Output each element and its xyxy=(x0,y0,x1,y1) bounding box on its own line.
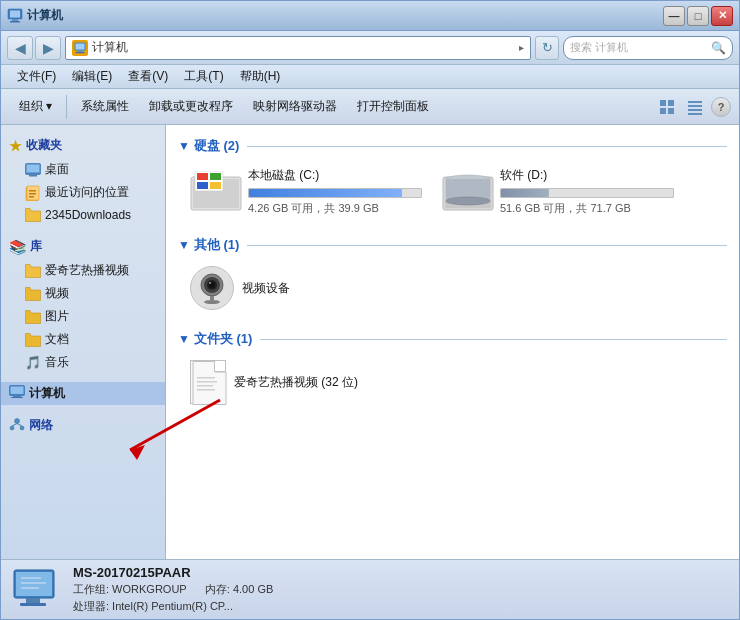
star-icon: ★ xyxy=(9,138,22,154)
organize-button[interactable]: 组织 ▾ xyxy=(9,93,62,121)
control-panel-button[interactable]: 打开控制面板 xyxy=(347,93,439,121)
video-folder-icon xyxy=(25,286,41,302)
sidebar-item-music[interactable]: 🎵 音乐 xyxy=(1,351,165,374)
sidebar-item-aiqiyi[interactable]: 爱奇艺热播视频 xyxy=(1,259,165,282)
refresh-button[interactable]: ↻ xyxy=(535,36,559,60)
drive-d-item[interactable]: 软件 (D:) 51.6 GB 可用，共 71.7 GB xyxy=(438,163,678,220)
svg-line-32 xyxy=(17,424,22,427)
menu-file[interactable]: 文件(F) xyxy=(9,66,64,87)
nav-buttons: ◀ ▶ xyxy=(7,36,61,60)
drive-c-icon-wrapper xyxy=(190,171,240,213)
svg-rect-18 xyxy=(29,174,37,176)
sidebar-favorites-header[interactable]: ★ 收藏夹 xyxy=(1,133,165,158)
sidebar-item-desktop[interactable]: 桌面 xyxy=(1,158,165,181)
svg-rect-27 xyxy=(11,397,23,398)
menu-view[interactable]: 查看(V) xyxy=(120,66,176,87)
status-workgroup-memory: 工作组: WORKGROUP 内存: 4.00 GB xyxy=(73,582,273,597)
svg-rect-58 xyxy=(26,598,40,603)
sidebar-item-video[interactable]: 视频 xyxy=(1,282,165,305)
other-title: 其他 (1) xyxy=(194,236,240,254)
desktop-icon xyxy=(25,162,41,178)
doc-file-icon xyxy=(190,360,226,404)
sidebar-desktop-label: 桌面 xyxy=(45,161,69,178)
details-view-button[interactable] xyxy=(683,95,707,119)
svg-point-44 xyxy=(446,197,490,205)
svg-point-28 xyxy=(15,419,20,424)
status-processor: 处理器: Intel(R) Pentium(R) CP... xyxy=(73,599,273,614)
svg-rect-62 xyxy=(21,587,39,589)
computer-title-icon xyxy=(7,8,23,24)
svg-line-31 xyxy=(12,424,17,427)
doc-svg xyxy=(191,361,227,405)
sidebar-network-label: 网络 xyxy=(29,417,53,434)
status-computer-icon xyxy=(13,566,61,614)
menu-edit[interactable]: 编辑(E) xyxy=(64,66,120,87)
folder-section-divider xyxy=(260,339,727,340)
address-arrow: ▸ xyxy=(519,42,524,53)
sidebar-pictures-label: 图片 xyxy=(45,308,69,325)
menu-help[interactable]: 帮助(H) xyxy=(232,66,289,87)
sidebar-item-pictures[interactable]: 图片 xyxy=(1,305,165,328)
drive-c-stats: 4.26 GB 可用，共 39.9 GB xyxy=(248,201,422,216)
drive-c-bar-fill xyxy=(249,189,402,197)
view-icon xyxy=(659,99,675,115)
main-window: 计算机 — □ ✕ ◀ ▶ 计算机 ▸ ↻ xyxy=(0,0,740,620)
svg-rect-15 xyxy=(688,113,702,115)
svg-rect-60 xyxy=(21,577,41,579)
svg-rect-54 xyxy=(197,385,213,387)
address-box[interactable]: 计算机 ▸ xyxy=(65,36,531,60)
sidebar-network-section: 网络 xyxy=(1,413,165,438)
forward-button[interactable]: ▶ xyxy=(35,36,61,60)
system-properties-button[interactable]: 系统属性 xyxy=(71,93,139,121)
search-icon[interactable]: 🔍 xyxy=(711,41,726,55)
svg-rect-61 xyxy=(21,582,46,584)
content-area: ▼ 硬盘 (2) xyxy=(166,125,739,559)
other-section-header: ▼ 其他 (1) xyxy=(178,236,727,254)
status-info: MS-20170215PAAR 工作组: WORKGROUP 内存: 4.00 … xyxy=(73,565,273,614)
drive-d-bar-container xyxy=(500,188,674,198)
view-toggle-button[interactable] xyxy=(655,95,679,119)
svg-rect-36 xyxy=(197,173,208,180)
sidebar: ★ 收藏夹 桌面 xyxy=(1,125,166,559)
sidebar-computer-label: 计算机 xyxy=(29,385,65,402)
sidebar-favorites-label: 收藏夹 xyxy=(26,137,62,154)
minimize-button[interactable]: — xyxy=(663,6,685,26)
window-controls: — □ ✕ xyxy=(663,6,733,26)
svg-rect-11 xyxy=(668,108,674,114)
video-device-item[interactable]: 视频设备 xyxy=(186,262,294,314)
help-button[interactable]: ? xyxy=(711,97,731,117)
map-drive-button[interactable]: 映射网络驱动器 xyxy=(243,93,347,121)
sidebar-item-downloads[interactable]: 2345Downloads xyxy=(1,204,165,226)
svg-rect-22 xyxy=(29,193,36,195)
hard-disk-arrow: ▼ xyxy=(178,139,190,153)
drives-grid: 本地磁盘 (C:) 4.26 GB 可用，共 39.9 GB xyxy=(178,163,727,220)
menu-tools[interactable]: 工具(T) xyxy=(176,66,231,87)
sidebar-documents-label: 文档 xyxy=(45,331,69,348)
svg-rect-53 xyxy=(197,381,217,383)
maximize-button[interactable]: □ xyxy=(687,6,709,26)
other-divider xyxy=(247,245,727,246)
other-arrow: ▼ xyxy=(178,238,190,252)
sidebar-library-header[interactable]: 📚 库 xyxy=(1,234,165,259)
aiqiyi-folder-item[interactable]: 爱奇艺热播视频 (32 位) xyxy=(186,356,362,408)
folders-grid: 爱奇艺热播视频 (32 位) xyxy=(178,356,727,408)
svg-point-49 xyxy=(209,282,211,284)
close-button[interactable]: ✕ xyxy=(711,6,733,26)
sidebar-item-recent[interactable]: 最近访问的位置 xyxy=(1,181,165,204)
drive-c-item[interactable]: 本地磁盘 (C:) 4.26 GB 可用，共 39.9 GB xyxy=(186,163,426,220)
search-box[interactable]: 搜索 计算机 🔍 xyxy=(563,36,733,60)
aiqiyi-folder-icon xyxy=(25,263,41,279)
svg-point-51 xyxy=(204,300,220,304)
sidebar-item-documents[interactable]: 文档 xyxy=(1,328,165,351)
drive-d-name: 软件 (D:) xyxy=(500,167,674,184)
sidebar-computer-header[interactable]: 计算机 xyxy=(1,382,165,405)
uninstall-button[interactable]: 卸载或更改程序 xyxy=(139,93,243,121)
svg-rect-52 xyxy=(197,377,215,379)
svg-rect-7 xyxy=(76,52,85,53)
folder-title: 文件夹 (1) xyxy=(194,330,253,348)
sidebar-network-header[interactable]: 网络 xyxy=(1,413,165,438)
svg-rect-1 xyxy=(10,10,20,17)
music-icon: 🎵 xyxy=(25,355,41,371)
back-button[interactable]: ◀ xyxy=(7,36,33,60)
drive-c-icon xyxy=(190,171,242,213)
